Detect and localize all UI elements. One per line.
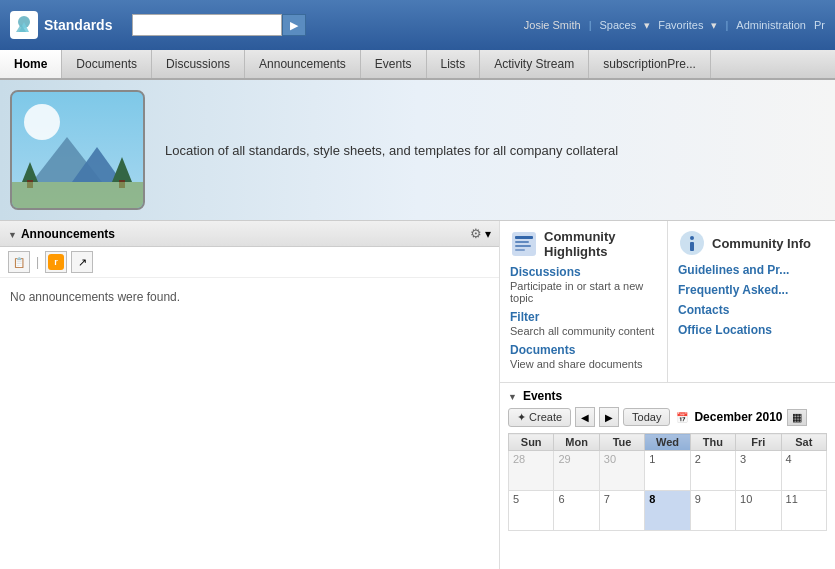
cal-header-fri: Fri [736, 434, 781, 451]
documents-link[interactable]: Documents [510, 343, 657, 357]
community-highlights: Community Highlights Discussions Partici… [500, 221, 668, 382]
discussions-desc: Participate in or start a new topic [510, 280, 657, 304]
cal-day-7[interactable]: 7 [599, 491, 644, 531]
cal-day-11[interactable]: 11 [781, 491, 826, 531]
cal-day-10[interactable]: 10 [736, 491, 781, 531]
contacts-link[interactable]: Contacts [678, 303, 825, 317]
next-month-button[interactable]: ▶ [599, 407, 619, 427]
svg-rect-16 [515, 249, 525, 251]
nav-discussions[interactable]: Discussions [152, 50, 245, 78]
events-collapse-icon[interactable] [508, 389, 517, 403]
announcements-collapse-icon[interactable] [8, 227, 17, 241]
filter-link[interactable]: Filter [510, 310, 657, 324]
events-title-text: Events [523, 389, 562, 403]
nav-activity-stream[interactable]: Activity Stream [480, 50, 589, 78]
today-button[interactable]: Today [623, 408, 670, 426]
topbar-links: Josie Smith | Spaces ▾ Favorites ▾ | Adm… [524, 19, 825, 32]
documents-desc: View and share documents [510, 358, 657, 370]
share-button[interactable]: ↗ [71, 251, 93, 273]
cal-day-6[interactable]: 6 [554, 491, 599, 531]
search-bar: ▶ [132, 14, 332, 36]
cal-day-2[interactable]: 2 [690, 451, 735, 491]
cal-day-5[interactable]: 5 [509, 491, 554, 531]
rss-button[interactable]: r [45, 251, 67, 273]
admin-link[interactable]: Administration [736, 19, 806, 31]
add-icon: 📋 [13, 257, 25, 268]
search-button[interactable]: ▶ [282, 14, 306, 36]
svg-rect-15 [515, 245, 531, 247]
nav-subscription[interactable]: subscriptionPre... [589, 50, 711, 78]
cal-day-8-today[interactable]: 8 [645, 491, 690, 531]
cal-day-28-prev[interactable]: 28 [509, 451, 554, 491]
add-announcement-button[interactable]: 📋 [8, 251, 30, 273]
svg-point-18 [690, 236, 694, 240]
gear-icon [470, 227, 482, 241]
right-panel: Community Highlights Discussions Partici… [500, 221, 835, 569]
filter-desc: Search all community content [510, 325, 657, 337]
banner-description: Location of all standards, style sheets,… [145, 143, 618, 158]
cal-day-3[interactable]: 3 [736, 451, 781, 491]
cal-icon: 📅 [674, 412, 690, 423]
favorites-link[interactable]: Favorites [658, 19, 703, 31]
create-icon: ✦ [517, 411, 526, 423]
cal-day-4[interactable]: 4 [781, 451, 826, 491]
nav: Home Documents Discussions Announcements… [0, 50, 835, 80]
rss-icon: r [48, 254, 64, 270]
favorites-arrow: ▾ [711, 19, 717, 32]
announcements-toolbar: 📋 | r ↗ [0, 247, 499, 278]
info-icon [678, 229, 706, 257]
pr-link[interactable]: Pr [814, 19, 825, 31]
cal-day-29-prev[interactable]: 29 [554, 451, 599, 491]
nav-documents[interactable]: Documents [62, 50, 152, 78]
topbar: Standards ▶ Josie Smith | Spaces ▾ Favor… [0, 0, 835, 50]
cal-day-9[interactable]: 9 [690, 491, 735, 531]
faq-link[interactable]: Frequently Asked... [678, 283, 825, 297]
community-info-title: Community Info [678, 229, 825, 257]
no-announcements-message: No announcements were found. [0, 278, 499, 316]
nav-events[interactable]: Events [361, 50, 427, 78]
prev-month-button[interactable]: ◀ [575, 407, 595, 427]
community-highlights-title: Community Highlights [510, 229, 657, 259]
banner-image [10, 90, 145, 210]
left-content: Announcements ▾ 📋 | r ↗ [0, 221, 499, 569]
share-icon: ↗ [78, 256, 87, 269]
announcements-header: Announcements ▾ [0, 221, 499, 247]
table-row: 28 29 30 1 2 3 4 [509, 451, 827, 491]
nav-announcements[interactable]: Announcements [245, 50, 361, 78]
spaces-link[interactable]: Spaces [599, 19, 636, 31]
discussions-link[interactable]: Discussions [510, 265, 657, 279]
svg-rect-14 [515, 241, 529, 243]
svg-rect-19 [690, 242, 694, 251]
sep1: | [589, 19, 592, 31]
current-user: Josie Smith [524, 19, 581, 31]
calendar-view-button[interactable]: ▦ [787, 409, 807, 426]
cal-day-30-prev[interactable]: 30 [599, 451, 644, 491]
events-header: Events [508, 389, 827, 403]
events-toolbar: ✦ Create ◀ ▶ Today 📅 December 2010 ▦ [508, 407, 827, 427]
search-input[interactable] [132, 14, 282, 36]
events-section: Events ✦ Create ◀ ▶ Today 📅 December 201… [500, 383, 835, 569]
nav-lists[interactable]: Lists [427, 50, 481, 78]
svg-rect-11 [12, 182, 145, 210]
gear-dropdown-arrow: ▾ [485, 227, 491, 241]
announcements-title: Announcements [8, 227, 115, 241]
table-row: 5 6 7 8 9 10 11 [509, 491, 827, 531]
nav-home[interactable]: Home [0, 50, 62, 78]
sep2: | [725, 19, 728, 31]
logo[interactable]: Standards [10, 11, 112, 39]
create-event-button[interactable]: ✦ Create [508, 408, 571, 427]
cal-header-tue: Tue [599, 434, 644, 451]
svg-rect-13 [515, 236, 533, 239]
logo-icon [10, 11, 38, 39]
office-locations-link[interactable]: Office Locations [678, 323, 825, 337]
main-content: Announcements ▾ 📋 | r ↗ [0, 221, 835, 569]
banner: Location of all standards, style sheets,… [0, 80, 835, 221]
cal-header-mon: Mon [554, 434, 599, 451]
cal-day-1[interactable]: 1 [645, 451, 690, 491]
announcements-gear[interactable]: ▾ [470, 226, 491, 241]
guidelines-link[interactable]: Guidelines and Pr... [678, 263, 825, 277]
cal-header-sat: Sat [781, 434, 826, 451]
left-panel: Announcements ▾ 📋 | r ↗ [0, 221, 500, 569]
cal-header-thu: Thu [690, 434, 735, 451]
cal-header-sun: Sun [509, 434, 554, 451]
